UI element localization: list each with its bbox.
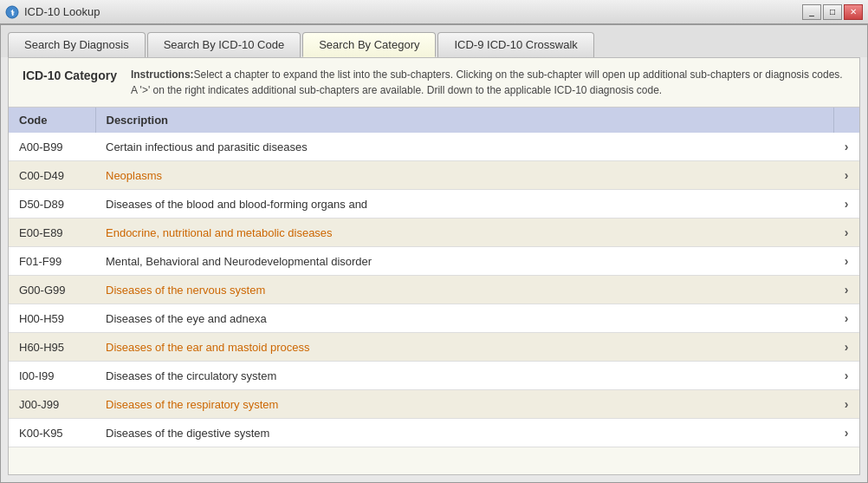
- row-expand-arrow[interactable]: ›: [833, 333, 859, 362]
- row-description: Diseases of the nervous system: [95, 276, 833, 304]
- chevron-right-icon: ›: [845, 168, 849, 182]
- window-title: ICD-10 Lookup: [24, 5, 100, 18]
- table-header-row: Code Description: [9, 108, 859, 133]
- app-icon: ⚕: [5, 5, 19, 19]
- row-description: Diseases of the blood and blood-forming …: [95, 190, 833, 219]
- table-row[interactable]: J00-J99Diseases of the respiratory syste…: [9, 390, 859, 419]
- row-code: I00-I99: [9, 362, 95, 390]
- chevron-right-icon: ›: [845, 369, 849, 382]
- row-code: D50-D89: [9, 190, 95, 219]
- section-label: ICD-10 Category: [23, 69, 117, 82]
- row-expand-arrow[interactable]: ›: [833, 247, 859, 276]
- chevron-right-icon: ›: [845, 254, 849, 268]
- tab-icd10code[interactable]: Search By ICD-10 Code: [147, 32, 301, 57]
- col-arrow: [833, 108, 859, 133]
- tabs-bar: Search By Diagnosis Search By ICD-10 Cod…: [1, 25, 867, 57]
- table-row[interactable]: C00-D49Neoplasms›: [9, 161, 859, 190]
- main-window: Search By Diagnosis Search By ICD-10 Cod…: [0, 24, 868, 483]
- maximize-button[interactable]: □: [823, 4, 842, 20]
- row-code: F01-F99: [9, 247, 95, 276]
- row-code: K00-K95: [9, 419, 95, 447]
- chevron-right-icon: ›: [845, 283, 849, 297]
- tab-crosswalk[interactable]: ICD-9 ICD-10 Crosswalk: [437, 32, 593, 57]
- chevron-right-icon: ›: [845, 197, 849, 211]
- instructions-prefix: Instructions:: [131, 69, 194, 81]
- row-code: A00-B99: [9, 133, 95, 161]
- content-area: ICD-10 Category Instructions:Select a ch…: [8, 57, 860, 475]
- table-row[interactable]: I00-I99Diseases of the circulatory syste…: [9, 362, 859, 390]
- row-description: Certain infectious and parasitic disease…: [95, 133, 833, 161]
- instructions-text: Instructions:Select a chapter to expand …: [131, 67, 845, 98]
- chevron-right-icon: ›: [845, 426, 849, 440]
- window-controls: _ □ ✕: [802, 4, 863, 20]
- row-code: H60-H95: [9, 333, 95, 362]
- table-row[interactable]: G00-G99Diseases of the nervous system›: [9, 276, 859, 304]
- row-expand-arrow[interactable]: ›: [833, 161, 859, 190]
- chevron-right-icon: ›: [845, 397, 849, 411]
- table-row[interactable]: A00-B99Certain infectious and parasitic …: [9, 133, 859, 161]
- table-row[interactable]: K00-K95Diseases of the digestive system›: [9, 419, 859, 447]
- chevron-right-icon: ›: [845, 140, 849, 153]
- row-code: E00-E89: [9, 219, 95, 247]
- row-code: G00-G99: [9, 276, 95, 304]
- row-expand-arrow[interactable]: ›: [833, 419, 859, 447]
- table-row[interactable]: F01-F99Mental, Behavioral and Neurodevel…: [9, 247, 859, 276]
- chevron-right-icon: ›: [845, 340, 849, 354]
- icd-table: Code Description A00-B99Certain infectio…: [9, 108, 859, 447]
- row-description: Diseases of the ear and mastoid process: [95, 333, 833, 362]
- table-row[interactable]: E00-E89Endocrine, nutritional and metabo…: [9, 219, 859, 247]
- row-description: Diseases of the circulatory system: [95, 362, 833, 390]
- row-description: Endocrine, nutritional and metabolic dis…: [95, 219, 833, 247]
- row-code: J00-J99: [9, 390, 95, 419]
- row-description: Diseases of the digestive system: [95, 419, 833, 447]
- tab-diagnosis[interactable]: Search By Diagnosis: [8, 32, 146, 57]
- row-expand-arrow[interactable]: ›: [833, 390, 859, 419]
- table-row[interactable]: H00-H59Diseases of the eye and adnexa›: [9, 304, 859, 333]
- instructions-body: Select a chapter to expand the list into…: [131, 69, 843, 96]
- chevron-right-icon: ›: [845, 225, 849, 239]
- col-code: Code: [9, 108, 95, 133]
- content-header: ICD-10 Category Instructions:Select a ch…: [9, 58, 859, 108]
- row-description: Neoplasms: [95, 161, 833, 190]
- row-expand-arrow[interactable]: ›: [833, 276, 859, 304]
- row-code: C00-D49: [9, 161, 95, 190]
- table-container[interactable]: Code Description A00-B99Certain infectio…: [9, 108, 859, 474]
- row-expand-arrow[interactable]: ›: [833, 362, 859, 390]
- row-code: H00-H59: [9, 304, 95, 333]
- svg-text:⚕: ⚕: [10, 9, 15, 17]
- row-expand-arrow[interactable]: ›: [833, 133, 859, 161]
- row-description: Diseases of the respiratory system: [95, 390, 833, 419]
- col-description: Description: [95, 108, 833, 133]
- table-row[interactable]: H60-H95Diseases of the ear and mastoid p…: [9, 333, 859, 362]
- tab-category[interactable]: Search By Category: [302, 32, 436, 57]
- close-button[interactable]: ✕: [844, 4, 863, 20]
- title-bar: ⚕ ICD-10 Lookup _ □ ✕: [0, 0, 868, 24]
- row-expand-arrow[interactable]: ›: [833, 190, 859, 219]
- chevron-right-icon: ›: [845, 311, 849, 325]
- row-description: Mental, Behavioral and Neurodevelopmenta…: [95, 247, 833, 276]
- row-expand-arrow[interactable]: ›: [833, 304, 859, 333]
- table-row[interactable]: D50-D89Diseases of the blood and blood-f…: [9, 190, 859, 219]
- minimize-button[interactable]: _: [802, 4, 821, 20]
- row-expand-arrow[interactable]: ›: [833, 219, 859, 247]
- row-description: Diseases of the eye and adnexa: [95, 304, 833, 333]
